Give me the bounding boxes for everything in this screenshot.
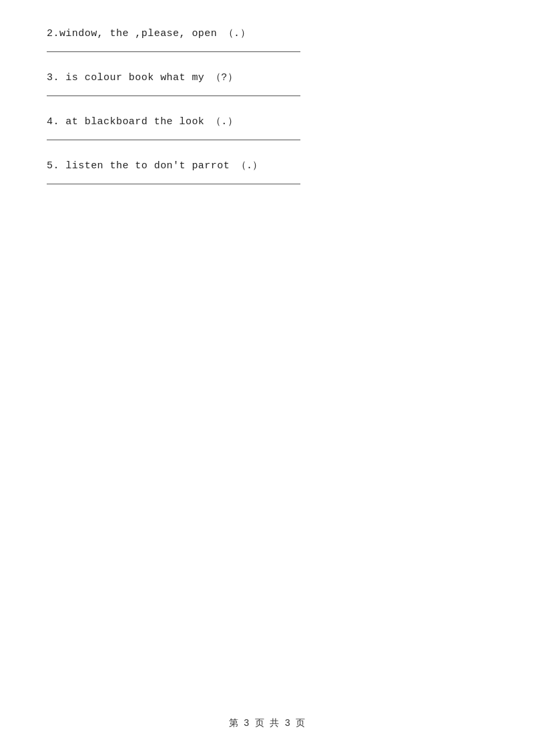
answer-line-3	[47, 96, 300, 96]
answer-line-4	[47, 140, 300, 140]
question-text-4: 4. at blackboard the look （.）	[47, 115, 487, 128]
answer-line-2	[47, 51, 300, 52]
page-content: 2.window, the ,please, open （.） 3. is co…	[0, 0, 534, 256]
question-text-5: 5. listen the to don't parrot （.）	[47, 159, 487, 172]
question-text-2: 2.window, the ,please, open （.）	[47, 27, 487, 39]
footer-text: 第 3 页 共 3 页	[229, 718, 306, 729]
page-footer: 第 3 页 共 3 页	[0, 717, 534, 729]
question-block-5: 5. listen the to don't parrot （.）	[47, 159, 487, 184]
question-text-3: 3. is colour book what my （?）	[47, 71, 487, 83]
question-block-3: 3. is colour book what my （?）	[47, 71, 487, 96]
answer-line-5	[47, 184, 300, 184]
question-block-2: 2.window, the ,please, open （.）	[47, 27, 487, 52]
question-block-4: 4. at blackboard the look （.）	[47, 115, 487, 140]
